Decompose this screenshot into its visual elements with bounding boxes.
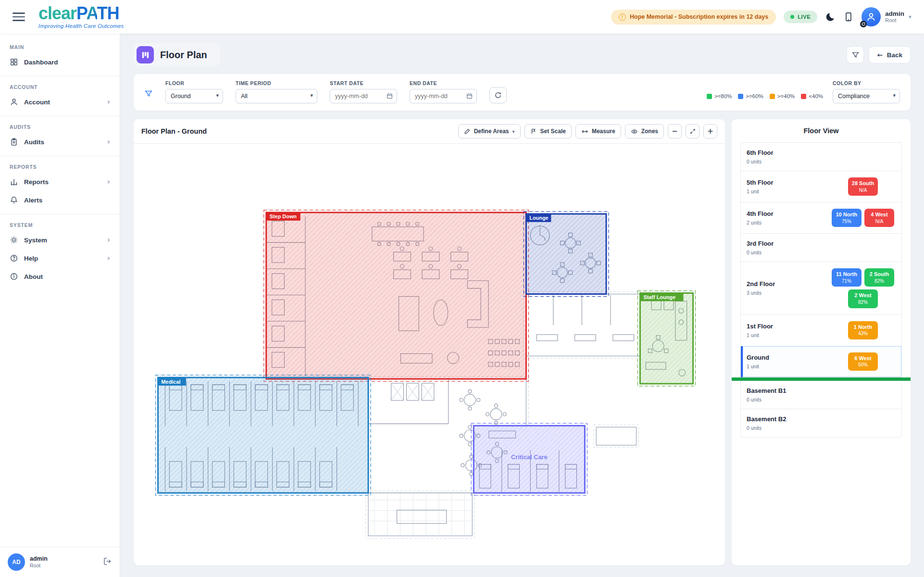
sidebar-item-label: Audits — [24, 138, 44, 146]
zone-lounge[interactable]: Lounge — [524, 212, 609, 297]
page-header: Floor Plan ← Back — [134, 43, 911, 66]
hamburger-menu-icon[interactable] — [12, 13, 25, 21]
funnel-icon — [851, 51, 860, 59]
filter-toggle-button[interactable] — [847, 46, 864, 63]
logo-th: TH — [97, 3, 119, 23]
sidebar-section-system: SYSTEM System › Help › About — [0, 214, 120, 290]
zone-medical[interactable]: Medical — [156, 375, 371, 495]
gear-icon — [10, 236, 18, 244]
clipboard-icon — [10, 138, 18, 146]
measure-label: Measure — [592, 128, 615, 135]
measure-button[interactable]: Measure — [575, 124, 621, 138]
legend-swatch — [801, 94, 806, 99]
floor-row-4th[interactable]: 4th Floor2 units 10 North75% 4 WestN/A — [741, 202, 901, 234]
sidebar-section-reports: REPORTS Reports › Alerts — [0, 156, 120, 214]
start-date-label: START DATE — [330, 80, 397, 86]
floor-row-basement-b1[interactable]: Basement B10 units — [741, 381, 901, 409]
unit-value: N/A — [851, 188, 874, 193]
floor-name: Basement B1 — [747, 387, 786, 394]
moon-icon — [825, 12, 836, 22]
floor-units: 3 units — [747, 290, 775, 296]
set-scale-button[interactable]: Set Scale — [524, 124, 572, 138]
refresh-button[interactable] — [489, 87, 507, 103]
end-date-label: END DATE — [410, 80, 477, 86]
unit-badge[interactable]: 28 SouthN/A — [848, 177, 878, 196]
logout-button[interactable] — [103, 557, 112, 568]
flag-icon — [530, 128, 537, 135]
mobile-view-button[interactable] — [843, 12, 854, 22]
unit-badge[interactable]: 6 West50% — [848, 352, 878, 371]
sidebar-item-about[interactable]: About — [0, 267, 120, 286]
user-icon — [10, 98, 18, 106]
legend-label: >=80% — [714, 93, 732, 99]
expand-icon — [689, 128, 696, 135]
set-scale-label: Set Scale — [540, 128, 566, 135]
floor-filter-label: FLOOR — [165, 80, 223, 86]
sidebar-item-account[interactable]: Account › — [0, 93, 120, 111]
floor-name: 3rd Floor — [747, 240, 774, 247]
unit-badge[interactable]: 2 West82% — [848, 289, 878, 308]
fullscreen-button[interactable] — [686, 124, 699, 138]
time-period-select[interactable]: All — [236, 89, 317, 103]
bell-icon — [10, 196, 18, 204]
zone-staff-lounge[interactable]: Staff Lounge — [637, 291, 695, 386]
zones-button[interactable]: Zones — [625, 124, 664, 138]
logo-a: A — [86, 3, 97, 23]
floor-list: 6th Floor0 units 5th Floor1 unit 28 Sout… — [740, 142, 902, 438]
unit-value: 50% — [851, 362, 874, 368]
topbar: clearPATH Improving Health Care Outcomes… — [0, 0, 924, 34]
back-button[interactable]: ← Back — [869, 46, 911, 63]
compliance-legend: >=80% >=60% >=40% <40% — [707, 93, 823, 99]
floor-row-5th[interactable]: 5th Floor1 unit 28 SouthN/A — [741, 171, 901, 202]
sidebar-item-reports[interactable]: Reports › — [0, 173, 120, 191]
sidebar-item-alerts[interactable]: Alerts — [0, 191, 120, 209]
dark-mode-toggle[interactable] — [825, 12, 836, 22]
legend-label: >=40% — [777, 93, 795, 99]
zone-step-down[interactable]: Step Down — [264, 210, 529, 381]
sync-status-icon — [860, 21, 867, 27]
subscription-badge[interactable]: ! Hope Memorial - Subscription expires i… — [611, 10, 776, 25]
floor-units: 0 units — [747, 397, 786, 402]
live-badge[interactable]: LIVE — [784, 11, 817, 23]
chevron-right-icon: › — [107, 236, 110, 244]
sidebar-item-audits[interactable]: Audits › — [0, 133, 120, 151]
floor-row-ground[interactable]: Ground1 unit 6 West50% — [741, 346, 901, 377]
user-menu[interactable]: admin Root ▾ — [862, 7, 912, 26]
zoom-in-button[interactable]: + — [703, 124, 717, 138]
floor-filter-group: FLOOR Ground — [165, 80, 223, 103]
floor-plan-card: Floor Plan - Ground Define Areas ▾ Set S… — [134, 119, 725, 565]
zoom-out-button[interactable]: − — [668, 124, 682, 138]
sidebar: MAIN Dashboard ACCOUNT Account › AUDITS … — [0, 34, 120, 577]
floor-row-2nd[interactable]: 2nd Floor3 units 11 North71% 2 South82% … — [741, 262, 901, 314]
back-label: Back — [887, 51, 902, 59]
zone-critical-care[interactable]: Critical Care — [471, 423, 587, 495]
sidebar-item-label: Reports — [24, 178, 49, 186]
unit-badge[interactable]: 10 North75% — [832, 209, 862, 227]
floor-row-basement-b2[interactable]: Basement B20 units — [741, 409, 901, 437]
sidebar-item-dashboard[interactable]: Dashboard — [0, 53, 120, 71]
floor-row-3rd[interactable]: 3rd Floor0 units — [741, 234, 901, 262]
unit-badge[interactable]: 11 North71% — [832, 268, 862, 287]
legend-swatch — [738, 94, 743, 99]
svg-text:Staff Lounge: Staff Lounge — [643, 294, 675, 300]
unit-value: 43% — [851, 331, 874, 337]
sidebar-item-system[interactable]: System › — [0, 231, 120, 249]
unit-badge[interactable]: 4 WestN/A — [864, 209, 894, 227]
bar-chart-icon — [10, 177, 18, 186]
calendar-icon — [386, 92, 393, 101]
sidebar-section-main: MAIN Dashboard — [0, 37, 120, 76]
unit-badge[interactable]: 1 North43% — [848, 321, 878, 339]
sidebar-item-help[interactable]: Help › — [0, 249, 120, 267]
floor-plan-card-header: Floor Plan - Ground Define Areas ▾ Set S… — [134, 119, 725, 143]
define-areas-button[interactable]: Define Areas ▾ — [458, 124, 521, 138]
footer-user-role: Root — [30, 563, 48, 569]
color-by-select[interactable]: Compliance — [833, 89, 900, 103]
floor-row-6th[interactable]: 6th Floor0 units — [741, 143, 901, 171]
columns-icon — [141, 50, 150, 60]
floor-select[interactable]: Ground — [165, 89, 223, 103]
floor-plan-canvas[interactable]: Step DownLoungeStaff LoungeMedicalCritic… — [134, 143, 725, 565]
floor-row-1st[interactable]: 1st Floor1 unit 1 North43% — [741, 315, 901, 346]
unit-badge[interactable]: 2 South82% — [864, 268, 894, 287]
section-label: AUDITS — [0, 120, 120, 133]
logo-tagline: Improving Health Care Outcomes — [38, 24, 124, 29]
